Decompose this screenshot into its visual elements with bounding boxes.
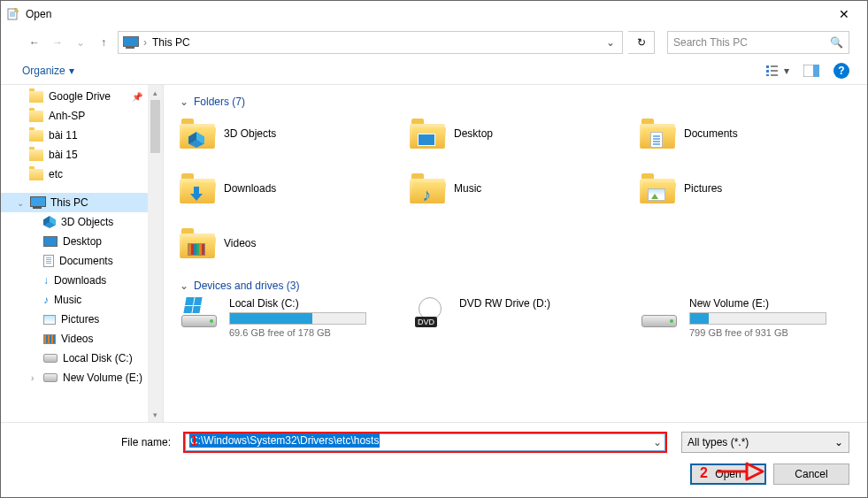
nav-item-new-volume-e[interactable]: › New Volume (E:) xyxy=(1,368,148,387)
preview-pane-button[interactable] xyxy=(796,61,826,80)
folder-icon xyxy=(640,173,675,203)
expand-arrow-icon[interactable]: ⌄ xyxy=(17,198,24,208)
address-dropdown[interactable]: ⌄ xyxy=(603,36,618,49)
address-crumb[interactable]: This PC xyxy=(152,36,190,49)
view-options-button[interactable]: ▾ xyxy=(763,61,793,80)
up-button[interactable]: ↑ xyxy=(95,32,112,53)
folder-icon xyxy=(29,111,43,122)
folder-icon xyxy=(180,173,215,203)
nav-item-etc[interactable]: etc xyxy=(1,165,148,184)
file-type-select[interactable]: All types (*.*) ⌄ xyxy=(681,432,849,453)
file-name-label: File name: xyxy=(19,436,176,448)
nav-item-anh-sp[interactable]: Anh-SP xyxy=(1,106,148,126)
annotation-1: 1 xyxy=(190,433,198,449)
drive-icon xyxy=(43,354,58,363)
navigation-pane[interactable]: Google Drive 📌 Anh-SP bài 11 bài 15 etc xyxy=(1,85,148,422)
drive-icon xyxy=(43,373,58,382)
open-file-dialog: Open ✕ ← → ⌄ ↑ › This PC ⌄ ↻ Search This… xyxy=(0,0,868,498)
folder-icon: ♪ xyxy=(410,173,445,203)
svg-rect-2 xyxy=(766,70,769,73)
folder-documents[interactable]: Documents xyxy=(640,113,867,154)
organize-button[interactable]: Organize ▾ xyxy=(22,65,74,77)
drive-dvd-d[interactable]: DVD DVD RW Drive (D:) xyxy=(410,297,640,347)
title-bar: Open ✕ xyxy=(1,1,867,27)
content-pane[interactable]: ⌄ Folders (7) 3D Objects Desktop Documen… xyxy=(163,85,867,422)
folder-pictures[interactable]: Pictures xyxy=(640,168,867,209)
nav-item-downloads[interactable]: ↓ Downloads xyxy=(1,271,148,290)
app-icon xyxy=(6,7,20,21)
nav-item-desktop[interactable]: Desktop xyxy=(1,232,148,251)
capacity-bar xyxy=(689,312,826,325)
svg-rect-1 xyxy=(766,65,769,68)
folder-music[interactable]: ♪ Music xyxy=(410,168,640,209)
document-icon xyxy=(43,255,54,267)
nav-item-this-pc[interactable]: ⌄ This PC xyxy=(1,193,148,212)
chevron-down-icon: ▾ xyxy=(69,65,74,77)
recent-dropdown[interactable]: ⌄ xyxy=(72,32,89,53)
folder-icon xyxy=(180,228,215,258)
help-button[interactable]: ? xyxy=(833,63,849,79)
nav-item-google-drive[interactable]: Google Drive 📌 xyxy=(1,87,148,106)
nav-item-bai15[interactable]: bài 15 xyxy=(1,145,148,165)
file-name-value: C:\Windows\System32\Drivers\etc\hosts xyxy=(189,433,380,448)
nav-item-local-disk-c[interactable]: Local Disk (C:) xyxy=(1,349,148,368)
close-button[interactable]: ✕ xyxy=(826,7,862,21)
bottom-panel: File name: C:\Windows\System32\Drivers\e… xyxy=(1,422,867,497)
drive-local-c[interactable]: Local Disk (C:) 69.6 GB free of 178 GB xyxy=(180,297,410,347)
expand-arrow-icon[interactable]: › xyxy=(31,373,34,383)
pin-icon: 📌 xyxy=(132,92,142,102)
folder-icon xyxy=(410,119,445,149)
folder-videos[interactable]: Videos xyxy=(180,223,410,264)
folder-icon xyxy=(640,119,675,149)
svg-rect-3 xyxy=(766,74,769,76)
address-row: ← → ⌄ ↑ › This PC ⌄ ↻ Search This PC 🔍 xyxy=(1,27,867,57)
toolbar: Organize ▾ ▾ ? xyxy=(1,57,867,84)
svg-rect-8 xyxy=(813,65,819,77)
capacity-bar xyxy=(229,312,366,325)
folder-3d-objects[interactable]: 3D Objects xyxy=(180,113,410,154)
refresh-button[interactable]: ↻ xyxy=(628,31,655,54)
nav-item-music[interactable]: ♪ Music xyxy=(1,290,148,310)
this-pc-icon xyxy=(122,36,138,49)
chevron-down-icon: ⌄ xyxy=(834,436,843,448)
folder-icon xyxy=(29,169,43,180)
cancel-button[interactable]: Cancel xyxy=(773,464,849,485)
file-name-input[interactable]: C:\Windows\System32\Drivers\etc\hosts ⌄ xyxy=(183,432,667,453)
nav-item-videos[interactable]: Videos xyxy=(1,329,148,349)
combo-dropdown-icon[interactable]: ⌄ xyxy=(653,436,662,448)
folder-icon xyxy=(180,119,215,149)
forward-button[interactable]: → xyxy=(49,32,66,53)
back-button[interactable]: ← xyxy=(26,32,43,53)
download-icon: ↓ xyxy=(43,274,49,287)
group-header-folders[interactable]: ⌄ Folders (7) xyxy=(180,96,864,108)
cube-icon xyxy=(43,216,56,228)
this-pc-icon xyxy=(29,196,45,209)
nav-item-3d-objects[interactable]: 3D Objects xyxy=(1,212,148,232)
file-name-row: File name: C:\Windows\System32\Drivers\e… xyxy=(19,432,849,453)
video-icon xyxy=(43,334,56,344)
annotation-arrow-icon xyxy=(715,458,764,485)
chevron-right-icon: › xyxy=(143,36,147,49)
annotation-2: 2 xyxy=(700,465,708,481)
nav-item-pictures[interactable]: Pictures xyxy=(1,310,148,329)
search-icon: 🔍 xyxy=(830,36,843,49)
folders-grid: 3D Objects Desktop Documents Downloads ♪… xyxy=(180,113,864,264)
search-placeholder: Search This PC xyxy=(673,36,748,49)
chevron-down-icon: ⌄ xyxy=(180,96,188,108)
address-bar[interactable]: › This PC ⌄ xyxy=(118,31,623,54)
folder-icon xyxy=(29,149,43,161)
nav-item-documents[interactable]: Documents xyxy=(1,251,148,271)
drive-new-volume-e[interactable]: New Volume (E:) 799 GB free of 931 GB xyxy=(640,297,867,347)
folder-desktop[interactable]: Desktop xyxy=(410,113,640,154)
dialog-body: Google Drive 📌 Anh-SP bài 11 bài 15 etc xyxy=(1,84,867,422)
folder-downloads[interactable]: Downloads xyxy=(180,168,410,209)
search-input[interactable]: Search This PC 🔍 xyxy=(667,31,849,54)
svg-rect-6 xyxy=(771,74,778,76)
folder-icon xyxy=(29,91,43,103)
group-header-drives[interactable]: ⌄ Devices and drives (3) xyxy=(180,280,864,292)
chevron-down-icon: ⌄ xyxy=(180,280,188,292)
nav-scrollbar[interactable]: ▴ ▾ xyxy=(148,85,163,422)
svg-rect-5 xyxy=(771,70,778,72)
nav-item-bai11[interactable]: bài 11 xyxy=(1,126,148,145)
window-title: Open xyxy=(26,8,51,20)
